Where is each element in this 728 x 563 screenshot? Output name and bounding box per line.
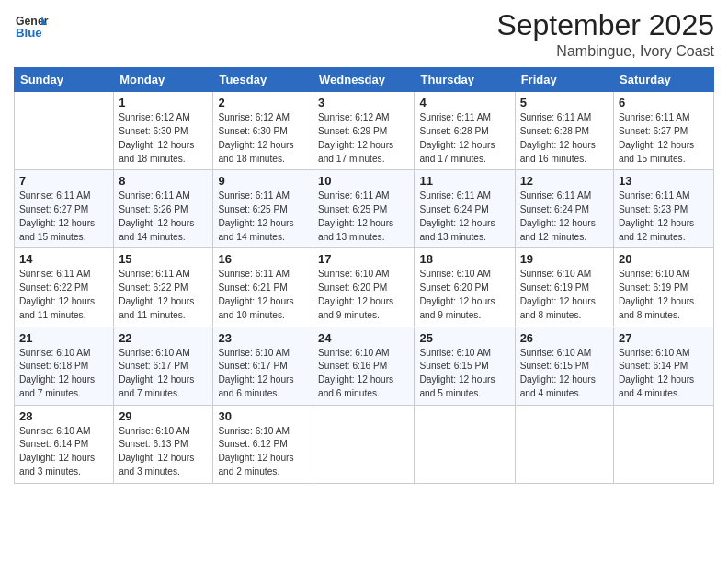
day-info: Sunrise: 6:11 AMSunset: 6:26 PMDaylight:… xyxy=(119,190,208,244)
day-info: Sunrise: 6:10 AMSunset: 6:17 PMDaylight:… xyxy=(218,347,308,401)
day-number: 4 xyxy=(419,96,509,109)
calendar-header-row: Sunday Monday Tuesday Wednesday Thursday… xyxy=(15,68,714,92)
table-cell: 26Sunrise: 6:10 AMSunset: 6:15 PMDayligh… xyxy=(515,327,613,405)
day-info: Sunrise: 6:11 AMSunset: 6:27 PMDaylight:… xyxy=(619,111,709,166)
month-title: September 2025 xyxy=(496,9,714,41)
day-number: 1 xyxy=(119,96,208,109)
day-info: Sunrise: 6:11 AMSunset: 6:21 PMDaylight:… xyxy=(218,268,308,322)
day-info: Sunrise: 6:12 AMSunset: 6:30 PMDaylight:… xyxy=(119,111,208,166)
svg-text:Blue: Blue xyxy=(16,26,42,40)
day-info: Sunrise: 6:10 AMSunset: 6:17 PMDaylight:… xyxy=(119,347,208,401)
day-number: 19 xyxy=(520,252,609,266)
table-cell: 3Sunrise: 6:12 AMSunset: 6:29 PMDaylight… xyxy=(313,92,415,170)
day-number: 25 xyxy=(419,331,509,345)
col-friday: Friday xyxy=(515,68,613,92)
day-info: Sunrise: 6:11 AMSunset: 6:27 PMDaylight:… xyxy=(19,190,108,244)
table-cell: 15Sunrise: 6:11 AMSunset: 6:22 PMDayligh… xyxy=(114,248,213,327)
day-info: Sunrise: 6:10 AMSunset: 6:15 PMDaylight:… xyxy=(419,347,509,401)
title-block: September 2025 Nambingue, Ivory Coast xyxy=(496,9,714,60)
logo: General Blue xyxy=(14,9,51,44)
table-cell: 10Sunrise: 6:11 AMSunset: 6:25 PMDayligh… xyxy=(313,170,415,248)
table-cell: 29Sunrise: 6:10 AMSunset: 6:13 PMDayligh… xyxy=(114,405,213,483)
table-cell: 27Sunrise: 6:10 AMSunset: 6:14 PMDayligh… xyxy=(614,327,714,405)
table-cell: 2Sunrise: 6:12 AMSunset: 6:30 PMDaylight… xyxy=(213,92,313,170)
table-cell: 1Sunrise: 6:12 AMSunset: 6:30 PMDaylight… xyxy=(114,92,213,170)
table-cell: 11Sunrise: 6:11 AMSunset: 6:24 PMDayligh… xyxy=(415,170,515,248)
day-info: Sunrise: 6:12 AMSunset: 6:30 PMDaylight:… xyxy=(218,111,308,166)
logo-icon: General Blue xyxy=(14,9,49,44)
table-cell xyxy=(415,405,515,483)
day-number: 23 xyxy=(218,331,308,345)
table-cell: 19Sunrise: 6:10 AMSunset: 6:19 PMDayligh… xyxy=(515,248,613,327)
day-number: 7 xyxy=(19,174,108,188)
week-row-1: 1Sunrise: 6:12 AMSunset: 6:30 PMDaylight… xyxy=(15,92,714,170)
table-cell xyxy=(515,405,613,483)
day-info: Sunrise: 6:10 AMSunset: 6:19 PMDaylight:… xyxy=(520,268,609,322)
day-info: Sunrise: 6:10 AMSunset: 6:18 PMDaylight:… xyxy=(19,347,108,401)
table-cell: 23Sunrise: 6:10 AMSunset: 6:17 PMDayligh… xyxy=(213,327,313,405)
day-number: 21 xyxy=(19,331,108,345)
header: General Blue September 2025 Nambingue, I… xyxy=(14,9,714,60)
day-info: Sunrise: 6:11 AMSunset: 6:23 PMDaylight:… xyxy=(619,190,709,244)
table-cell: 20Sunrise: 6:10 AMSunset: 6:19 PMDayligh… xyxy=(614,248,714,327)
day-number: 28 xyxy=(19,409,108,423)
col-monday: Monday xyxy=(114,68,213,92)
table-cell: 21Sunrise: 6:10 AMSunset: 6:18 PMDayligh… xyxy=(15,327,114,405)
table-cell: 18Sunrise: 6:10 AMSunset: 6:20 PMDayligh… xyxy=(415,248,515,327)
week-row-5: 28Sunrise: 6:10 AMSunset: 6:14 PMDayligh… xyxy=(15,405,714,483)
week-row-2: 7Sunrise: 6:11 AMSunset: 6:27 PMDaylight… xyxy=(15,170,714,248)
day-info: Sunrise: 6:11 AMSunset: 6:25 PMDaylight:… xyxy=(318,190,409,244)
day-number: 16 xyxy=(218,252,308,266)
day-info: Sunrise: 6:10 AMSunset: 6:15 PMDaylight:… xyxy=(520,347,609,401)
page: General Blue September 2025 Nambingue, I… xyxy=(0,0,728,563)
day-info: Sunrise: 6:11 AMSunset: 6:25 PMDaylight:… xyxy=(218,190,308,244)
table-cell: 25Sunrise: 6:10 AMSunset: 6:15 PMDayligh… xyxy=(415,327,515,405)
day-number: 2 xyxy=(218,96,308,109)
day-number: 27 xyxy=(619,331,709,345)
day-number: 20 xyxy=(619,252,709,266)
day-number: 3 xyxy=(318,96,409,109)
table-cell: 30Sunrise: 6:10 AMSunset: 6:12 PMDayligh… xyxy=(213,405,313,483)
day-number: 15 xyxy=(119,252,208,266)
col-saturday: Saturday xyxy=(614,68,714,92)
table-cell: 12Sunrise: 6:11 AMSunset: 6:24 PMDayligh… xyxy=(515,170,613,248)
week-row-4: 21Sunrise: 6:10 AMSunset: 6:18 PMDayligh… xyxy=(15,327,714,405)
day-number: 14 xyxy=(19,252,108,266)
table-cell: 17Sunrise: 6:10 AMSunset: 6:20 PMDayligh… xyxy=(313,248,415,327)
col-wednesday: Wednesday xyxy=(313,68,415,92)
table-cell: 14Sunrise: 6:11 AMSunset: 6:22 PMDayligh… xyxy=(15,248,114,327)
day-number: 29 xyxy=(119,409,208,423)
day-info: Sunrise: 6:10 AMSunset: 6:14 PMDaylight:… xyxy=(19,425,108,479)
table-cell: 16Sunrise: 6:11 AMSunset: 6:21 PMDayligh… xyxy=(213,248,313,327)
day-number: 26 xyxy=(520,331,609,345)
day-info: Sunrise: 6:10 AMSunset: 6:12 PMDaylight:… xyxy=(218,425,308,479)
table-cell: 8Sunrise: 6:11 AMSunset: 6:26 PMDaylight… xyxy=(114,170,213,248)
day-number: 12 xyxy=(520,174,609,188)
day-info: Sunrise: 6:12 AMSunset: 6:29 PMDaylight:… xyxy=(318,111,409,166)
day-info: Sunrise: 6:10 AMSunset: 6:20 PMDaylight:… xyxy=(419,268,509,322)
table-cell xyxy=(15,92,114,170)
day-number: 13 xyxy=(619,174,709,188)
day-info: Sunrise: 6:11 AMSunset: 6:24 PMDaylight:… xyxy=(520,190,609,244)
day-number: 10 xyxy=(318,174,409,188)
day-number: 22 xyxy=(119,331,208,345)
day-info: Sunrise: 6:11 AMSunset: 6:22 PMDaylight:… xyxy=(119,268,208,322)
table-cell: 28Sunrise: 6:10 AMSunset: 6:14 PMDayligh… xyxy=(15,405,114,483)
table-cell: 22Sunrise: 6:10 AMSunset: 6:17 PMDayligh… xyxy=(114,327,213,405)
day-info: Sunrise: 6:10 AMSunset: 6:14 PMDaylight:… xyxy=(619,347,709,401)
day-info: Sunrise: 6:10 AMSunset: 6:13 PMDaylight:… xyxy=(119,425,208,479)
day-number: 8 xyxy=(119,174,208,188)
day-number: 5 xyxy=(520,96,609,109)
day-number: 30 xyxy=(218,409,308,423)
location-subtitle: Nambingue, Ivory Coast xyxy=(496,43,714,60)
table-cell: 24Sunrise: 6:10 AMSunset: 6:16 PMDayligh… xyxy=(313,327,415,405)
table-cell: 7Sunrise: 6:11 AMSunset: 6:27 PMDaylight… xyxy=(15,170,114,248)
day-info: Sunrise: 6:11 AMSunset: 6:24 PMDaylight:… xyxy=(419,190,509,244)
day-number: 6 xyxy=(619,96,709,109)
table-cell xyxy=(614,405,714,483)
week-row-3: 14Sunrise: 6:11 AMSunset: 6:22 PMDayligh… xyxy=(15,248,714,327)
table-cell xyxy=(313,405,415,483)
day-info: Sunrise: 6:11 AMSunset: 6:28 PMDaylight:… xyxy=(520,111,609,166)
day-info: Sunrise: 6:11 AMSunset: 6:22 PMDaylight:… xyxy=(19,268,108,322)
day-info: Sunrise: 6:10 AMSunset: 6:19 PMDaylight:… xyxy=(619,268,709,322)
